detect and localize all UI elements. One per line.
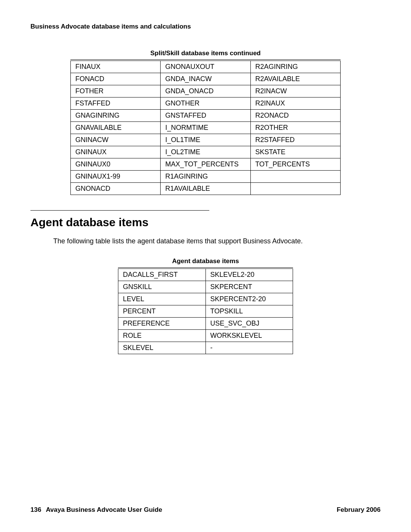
table-cell: SKLEVEL: [118, 342, 206, 354]
split-table-caption: Split/Skill database items continued: [30, 50, 381, 57]
table-row: FONACDGNDA_INACWR2AVAILABLE: [71, 73, 341, 85]
table-row: PERCENTTOPSKILL: [118, 305, 293, 318]
table-cell: R2STAFFED: [250, 134, 340, 146]
table-cell: GNAVAILABLE: [71, 122, 161, 134]
table-cell: FINAUX: [71, 60, 161, 73]
section-intro: The following table lists the agent data…: [53, 237, 381, 245]
table-cell: GNDA_ONACD: [161, 85, 250, 97]
table-cell: ROLE: [118, 330, 206, 342]
table-cell: R2INAUX: [250, 97, 340, 110]
table-cell: GNSKILL: [118, 281, 206, 293]
table-cell: I_OL1TIME: [161, 134, 250, 146]
table-cell: TOT_PERCENTS: [250, 158, 340, 171]
table-cell: MAX_TOT_PERCENTS: [161, 158, 250, 171]
agent-table-caption: Agent database items: [30, 257, 381, 265]
footer-date: February 2006: [337, 506, 381, 514]
table-cell: GNAGINRING: [71, 110, 161, 122]
table-row: LEVELSKPERCENT2-20: [118, 293, 293, 305]
table-cell: SKLEVEL2-20: [206, 268, 293, 281]
table-cell: GNINAUX: [71, 146, 161, 158]
table-cell: R2AGINRING: [250, 60, 340, 73]
table-row: GNINAUX1-99R1AGINRING: [71, 171, 341, 183]
table-cell: LEVEL: [118, 293, 206, 305]
section-heading: Agent database items: [30, 216, 381, 229]
table-cell: WORKSKLEVEL: [206, 330, 293, 342]
table-cell: GNONAUXOUT: [161, 60, 250, 73]
table-cell: R2AVAILABLE: [250, 73, 340, 85]
table-cell: PERCENT: [118, 305, 206, 318]
table-cell: GNSTAFFED: [161, 110, 250, 122]
table-cell: FONACD: [71, 73, 161, 85]
section-divider: [30, 210, 209, 211]
table-row: GNINACWI_OL1TIMER2STAFFED: [71, 134, 341, 146]
table-cell: GNINAUX0: [71, 158, 161, 171]
table-cell: -: [206, 342, 293, 354]
table-row: GNINAUXI_OL2TIMESKSTATE: [71, 146, 341, 158]
table-cell: R2INACW: [250, 85, 340, 97]
table-cell: I_NORMTIME: [161, 122, 250, 134]
table-row: FINAUXGNONAUXOUTR2AGINRING: [71, 60, 341, 73]
table-cell: SKPERCENT: [206, 281, 293, 293]
table-cell: GNDA_INACW: [161, 73, 250, 85]
table-cell: DACALLS_FIRST: [118, 268, 206, 281]
table-row: FOTHERGNDA_ONACDR2INACW: [71, 85, 341, 97]
table-cell: USE_SVC_OBJ: [206, 318, 293, 330]
table-row: GNAVAILABLEI_NORMTIMER2OTHER: [71, 122, 341, 134]
document-page: Business Advocate database items and cal…: [0, 0, 411, 532]
table-row: SKLEVEL-: [118, 342, 293, 354]
table-cell: TOPSKILL: [206, 305, 293, 318]
table-row: FSTAFFEDGNOTHERR2INAUX: [71, 97, 341, 110]
table-row: GNONACDR1AVAILABLE: [71, 183, 341, 195]
table-cell: SKPERCENT2-20: [206, 293, 293, 305]
table-cell: SKSTATE: [250, 146, 340, 158]
table-cell: I_OL2TIME: [161, 146, 250, 158]
table-row: GNSKILLSKPERCENT: [118, 281, 293, 293]
split-skill-table: FINAUXGNONAUXOUTR2AGINRINGFONACDGNDA_INA…: [70, 59, 341, 195]
page-footer: 136 Avaya Business Advocate User Guide F…: [30, 506, 381, 514]
table-cell: R1AVAILABLE: [161, 183, 250, 195]
page-number: 136: [30, 506, 41, 514]
table-cell: R2OTHER: [250, 122, 340, 134]
table-cell: R2ONACD: [250, 110, 340, 122]
table-cell: [250, 171, 340, 183]
table-cell: FOTHER: [71, 85, 161, 97]
table-row: ROLEWORKSKLEVEL: [118, 330, 293, 342]
footer-title: Avaya Business Advocate User Guide: [46, 506, 162, 514]
table-cell: PREFERENCE: [118, 318, 206, 330]
table-cell: GNONACD: [71, 183, 161, 195]
table-row: PREFERENCEUSE_SVC_OBJ: [118, 318, 293, 330]
table-row: DACALLS_FIRSTSKLEVEL2-20: [118, 268, 293, 281]
agent-table: DACALLS_FIRSTSKLEVEL2-20GNSKILLSKPERCENT…: [118, 267, 293, 354]
table-cell: GNINAUX1-99: [71, 171, 161, 183]
table-row: GNAGINRINGGNSTAFFEDR2ONACD: [71, 110, 341, 122]
table-cell: R1AGINRING: [161, 171, 250, 183]
table-cell: [250, 183, 340, 195]
page-header: Business Advocate database items and cal…: [30, 23, 381, 30]
table-cell: GNINACW: [71, 134, 161, 146]
table-cell: GNOTHER: [161, 97, 250, 110]
table-cell: FSTAFFED: [71, 97, 161, 110]
table-row: GNINAUX0MAX_TOT_PERCENTSTOT_PERCENTS: [71, 158, 341, 171]
